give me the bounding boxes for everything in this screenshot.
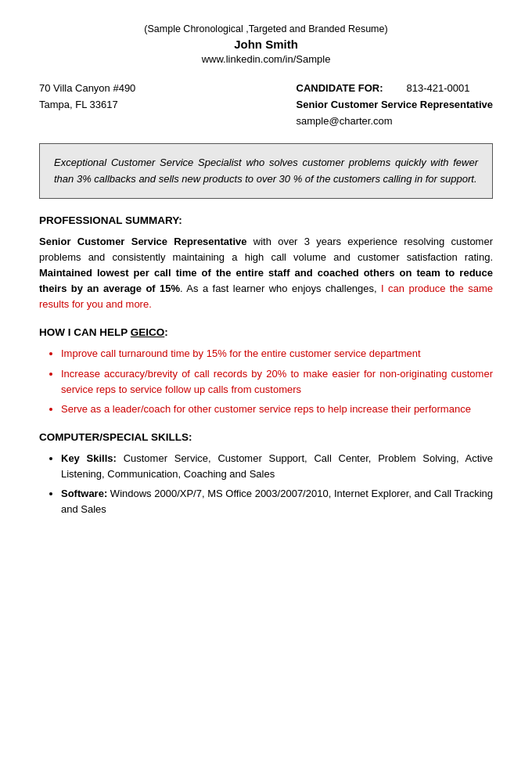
professional-summary-section: PROFESSIONAL SUMMARY: Senior Customer Se… bbox=[39, 214, 493, 313]
skills-section: COMPUTER/SPECIAL SKILLS: Key Skills: Cus… bbox=[39, 431, 493, 518]
software-text: Windows 2000/XP/7, MS Office 2003/2007/2… bbox=[61, 488, 493, 515]
address-line2: Tampa, FL 33617 bbox=[39, 97, 135, 113]
candidate-for-row: CANDIDATE FOR: 813-421-0001 bbox=[297, 81, 493, 97]
list-item: Key Skills: Customer Service, Customer S… bbox=[61, 451, 493, 482]
email-address: sample@charter.com bbox=[297, 113, 493, 130]
geico-heading-post: : bbox=[164, 326, 168, 338]
geico-company-name: GEICO bbox=[131, 326, 165, 338]
professional-summary-text: Senior Customer Service Representative w… bbox=[39, 234, 493, 313]
list-item: Increase accuracy/brevity of call record… bbox=[61, 366, 493, 398]
contact-left: 70 Villa Canyon #490 Tampa, FL 33617 bbox=[39, 81, 135, 129]
geico-section: HOW I CAN HELP GEICO: Improve call turna… bbox=[39, 326, 493, 417]
ps-bold-title: Senior Customer Service Representative bbox=[39, 236, 246, 247]
header-name: John Smith bbox=[39, 38, 493, 51]
software-label: Software: bbox=[61, 488, 107, 499]
candidate-for-label: CANDIDATE FOR: bbox=[297, 81, 383, 97]
ps-text4: . As a fast learner who enjoys challenge… bbox=[180, 283, 381, 294]
geico-heading: HOW I CAN HELP GEICO: bbox=[39, 326, 493, 338]
geico-bullet-list: Improve call turnaround time by 15% for … bbox=[61, 346, 493, 417]
tagline-text: Exceptional Customer Service Specialist … bbox=[54, 157, 478, 184]
geico-heading-pre: HOW I CAN HELP bbox=[39, 326, 131, 338]
skills-bullet-list: Key Skills: Customer Service, Customer S… bbox=[61, 451, 493, 518]
professional-summary-heading: PROFESSIONAL SUMMARY: bbox=[39, 214, 493, 226]
resume-header: (Sample Chronological ,Targeted and Bran… bbox=[39, 23, 493, 65]
list-item: Serve as a leader/coach for other custom… bbox=[61, 402, 493, 417]
header-subtitle: (Sample Chronological ,Targeted and Bran… bbox=[39, 23, 493, 34]
list-item: Software: Windows 2000/XP/7, MS Office 2… bbox=[61, 486, 493, 517]
skills-heading: COMPUTER/SPECIAL SKILLS: bbox=[39, 431, 493, 443]
list-item: Improve call turnaround time by 15% for … bbox=[61, 346, 493, 362]
phone-number: 813-421-0001 bbox=[407, 81, 470, 97]
header-linkedin: www.linkedin.com/in/Sample bbox=[39, 53, 493, 65]
position-title: Senior Customer Service Representative bbox=[297, 97, 493, 113]
tagline-box: Exceptional Customer Service Specialist … bbox=[39, 143, 493, 198]
contact-section: 70 Villa Canyon #490 Tampa, FL 33617 CAN… bbox=[39, 81, 493, 129]
address-line1: 70 Villa Canyon #490 bbox=[39, 81, 135, 97]
contact-right: CANDIDATE FOR: 813-421-0001 Senior Custo… bbox=[297, 81, 493, 129]
key-skills-label: Key Skills: bbox=[61, 452, 117, 464]
key-skills-text: Customer Service, Customer Support, Call… bbox=[61, 452, 493, 480]
